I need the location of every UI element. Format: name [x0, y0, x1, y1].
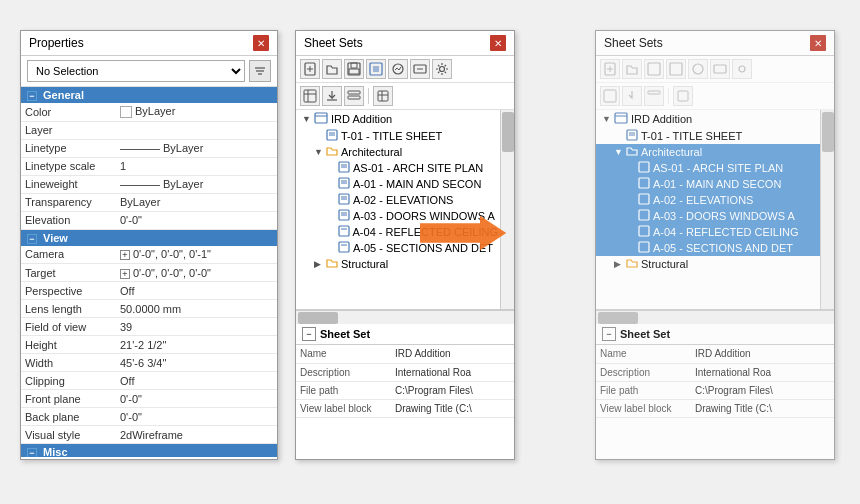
tree-root[interactable]: ▼ IRD Addition: [296, 110, 500, 128]
tree-scrollbar-h[interactable]: [296, 310, 514, 324]
sheet-set-expand[interactable]: −: [302, 327, 316, 341]
ghost-tb-btn2: [622, 59, 642, 79]
tree-item-a01[interactable]: A-01 - MAIN AND SECON: [296, 176, 500, 192]
tree-item-t01-label: T-01 - TITLE SHEET: [341, 130, 442, 142]
tb-view-list-button[interactable]: [344, 86, 364, 106]
ghost-ss-row-filepath: File path C:\Program Files\: [596, 381, 834, 399]
ghost-a04-label: A-04 - REFLECTED CEILING: [653, 226, 798, 238]
sheetsets-panel-right: Sheet Sets ✕: [595, 30, 835, 460]
sheet-set-header-label: Sheet Set: [320, 328, 370, 340]
color-swatch: [120, 106, 132, 118]
tb-settings-button[interactable]: [432, 59, 452, 79]
tb-new-view-button[interactable]: [300, 86, 320, 106]
tree-item-architectural[interactable]: ▼ Architectural: [296, 144, 500, 160]
tb-plot-button[interactable]: [410, 59, 430, 79]
sheetsets-toolbar-row2: [296, 83, 514, 110]
tb-new-sheet-button[interactable]: [300, 59, 320, 79]
ss-row-filepath: File path C:\Program Files\: [296, 381, 514, 399]
arch-arrow[interactable]: ▼: [314, 147, 326, 157]
sheetsets-right-panel-header: Sheet Sets ✕: [596, 31, 834, 56]
ghost-ss-row-viewlabel: View label block Drawing Title (C:\: [596, 399, 834, 417]
ghost-ss-row-name: Name IRD Addition: [596, 345, 834, 363]
general-expand[interactable]: −: [27, 91, 37, 101]
prop-back-plane-row: Back plane 0'-0": [21, 408, 277, 426]
ghost-tb-btn1: [600, 59, 620, 79]
tb-publish-button[interactable]: [366, 59, 386, 79]
properties-table: − General Color ByLayer Layer Linetype B…: [21, 87, 277, 457]
prop-selector-row: No Selection: [21, 56, 277, 87]
svg-point-56: [739, 66, 745, 72]
target-expand[interactable]: +: [120, 269, 130, 279]
ghost-structural: ▶ Structural: [596, 256, 820, 272]
prop-linetype-row: Linetype ByLayer: [21, 139, 277, 157]
prop-lineweight-row: Lineweight ByLayer: [21, 175, 277, 193]
misc-expand[interactable]: −: [27, 448, 37, 457]
a04-icon: [338, 225, 350, 239]
tb-eplot-button[interactable]: [388, 59, 408, 79]
view-expand[interactable]: −: [27, 234, 37, 244]
ghost-tb-btn6: [710, 59, 730, 79]
ghost-as01: AS-01 - ARCH SITE PLAN: [596, 160, 820, 176]
sheetsets-panel-header: Sheet Sets ✕: [296, 31, 514, 56]
new-view-icon: [303, 89, 317, 103]
ghost-a04: A-04 - REFLECTED CEILING: [596, 224, 820, 240]
ghost-a02: A-02 - ELEVATIONS: [596, 192, 820, 208]
view-section-header[interactable]: − View: [21, 229, 277, 246]
publish-icon: [369, 62, 383, 76]
view-list-icon: [347, 89, 361, 103]
ghost-a05-label: A-05 - SECTIONS AND DET: [653, 242, 793, 254]
ghost-ss-table: Name IRD Addition Description Internatio…: [596, 345, 834, 418]
struct-arrow[interactable]: ▶: [314, 259, 326, 269]
camera-expand[interactable]: +: [120, 250, 130, 260]
tb-save-button[interactable]: [344, 59, 364, 79]
tb-import-button[interactable]: [322, 86, 342, 106]
a02-icon: [338, 193, 350, 207]
svg-rect-60: [615, 113, 627, 123]
tb-open-button[interactable]: [322, 59, 342, 79]
properties-title: Properties: [29, 36, 84, 50]
ghost-t01-label: T-01 - TITLE SHEET: [641, 130, 742, 142]
ghost-tree-t01: T-01 - TITLE SHEET: [596, 128, 820, 144]
svg-rect-68: [639, 210, 649, 220]
svg-rect-8: [349, 69, 359, 74]
tree-item-a02[interactable]: A-02 - ELEVATIONS: [296, 192, 500, 208]
sheetsets-close-button[interactable]: ✕: [490, 35, 506, 51]
tree-item-structural[interactable]: ▶ Structural: [296, 256, 500, 272]
filter-button[interactable]: [249, 60, 271, 82]
ghost-a01: A-01 - MAIN AND SECON: [596, 176, 820, 192]
tree-scrollbar-thumb[interactable]: [502, 112, 514, 152]
root-arrow[interactable]: ▼: [302, 114, 314, 124]
sheet-set-section: − Sheet Set Name IRD Addition Descriptio…: [296, 324, 514, 418]
ghost-sheet-set-expand: −: [602, 327, 616, 341]
no-selection-dropdown[interactable]: No Selection: [27, 60, 245, 82]
properties-close-button[interactable]: ✕: [253, 35, 269, 51]
ghost-toolbar-row1: [596, 56, 834, 83]
prop-transparency-row: Transparency ByLayer: [21, 193, 277, 211]
ghost-scrollbar-v: [820, 110, 834, 309]
sheetsets-right-title: Sheet Sets: [604, 36, 663, 50]
prop-width-row: Width 45'-6 3/4": [21, 354, 277, 372]
tree-item-a01-label: A-01 - MAIN AND SECON: [353, 178, 481, 190]
ghost-tb2-btn1: [600, 86, 620, 106]
tree-scrollbar-h-thumb[interactable]: [298, 312, 338, 324]
tree-item-as01[interactable]: AS-01 - ARCH SITE PLAN: [296, 160, 500, 176]
ghost-structural-label: Structural: [641, 258, 688, 270]
svg-rect-59: [678, 91, 688, 101]
prop-color-row: Color ByLayer: [21, 103, 277, 121]
general-section-header[interactable]: − General: [21, 87, 277, 103]
svg-rect-21: [348, 91, 360, 94]
ghost-tree-root: ▼ IRD Addition: [596, 110, 820, 128]
tree-item-t01[interactable]: T-01 - TITLE SHEET: [296, 128, 500, 144]
sheetsets-right-close-button[interactable]: ✕: [810, 35, 826, 51]
ghost-sheet-set-header-row: − Sheet Set: [596, 324, 834, 345]
misc-section-header[interactable]: − Misc: [21, 444, 277, 458]
ghost-tb-btn7: [732, 59, 752, 79]
ghost-sheet-set-section: − Sheet Set Name IRD Addition Descriptio…: [596, 324, 834, 418]
ghost-tb2-btn4: [673, 86, 693, 106]
svg-rect-53: [670, 63, 682, 75]
ghost-a02-label: A-02 - ELEVATIONS: [653, 194, 753, 206]
properties-panel-header: Properties ✕: [21, 31, 277, 56]
save-icon: [347, 62, 361, 76]
tb-resource-button[interactable]: [373, 86, 393, 106]
prop-camera-row: Camera +0'-0", 0'-0", 0'-1": [21, 246, 277, 264]
